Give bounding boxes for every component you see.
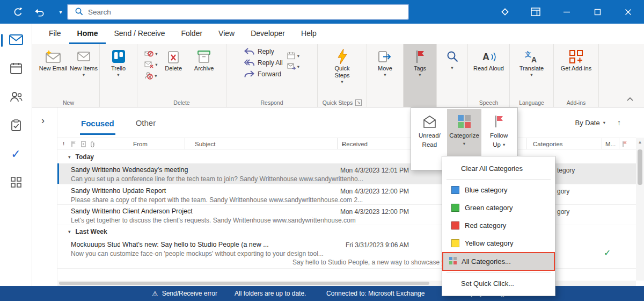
ribbon-group-new: New Email New Items ▾ New [38,44,100,107]
new-items-button[interactable]: New Items ▾ [69,46,99,77]
sort-label: By Date [575,119,599,127]
window-layout-icon[interactable] [530,6,541,18]
tab-home[interactable]: Home [69,24,106,44]
tab-help[interactable]: Help [293,24,325,44]
translate-button[interactable]: 文A Translate ▾ [515,46,549,77]
chevron-down-icon: ▾ [341,80,343,84]
premium-diamond-icon[interactable] [499,6,511,18]
green-category-menu-item[interactable]: Green category [442,199,555,217]
reply-all-button[interactable]: Reply All [244,59,283,67]
apps-grid-icon [11,177,21,189]
open-envelope-icon [422,114,437,130]
clear-all-categories-menu-item[interactable]: Clear All Categories [442,160,555,177]
tab-send-receive[interactable]: Send / Receive [106,24,173,44]
vertical-scrollbar[interactable]: ▲ [636,138,644,281]
rail-item-todo[interactable]: ✓ [5,145,27,163]
find-button[interactable]: ▾ [437,46,467,70]
group-label-addins: Add-ins [554,98,598,107]
expand-pane-icon[interactable]: › [41,115,45,126]
trello-button[interactable]: Trello ▾ [104,46,133,77]
close-button[interactable] [622,6,634,18]
block-sender-button[interactable]: ▾ [144,71,157,80]
vertical-scrollbar-thumb[interactable] [638,149,642,185]
importance-column-icon[interactable]: ! [63,138,64,150]
maximize-button[interactable] [591,6,603,18]
blue-category-menu-item[interactable]: Blue category [442,181,555,199]
column-from[interactable]: From [133,138,148,150]
connection-status: Connected to: Microsoft Exchange [326,286,425,301]
rail-item-people[interactable] [5,88,27,106]
unread-read-label-2: Read [422,141,437,148]
meeting-button[interactable]: ▾ [287,52,299,60]
ribbon-group-tags: Tags ▾ [404,44,437,107]
chevron-down-icon: ▾ [155,52,157,56]
tab-folder[interactable]: Folder [173,24,210,44]
forward-button[interactable]: Forward [244,70,283,78]
email-from: Sandy Writtenho... [71,166,120,174]
move-label: Move [378,65,392,72]
yellow-category-menu-item[interactable]: Yellow category [442,234,555,252]
undo-icon[interactable] [33,6,45,18]
tags-label: Tags [414,65,426,72]
collapse-group-icon[interactable]: ▾ [68,154,71,160]
sort-direction-icon[interactable]: ↑ [617,118,621,127]
column-categories[interactable]: Categories [533,138,563,150]
rail-item-calendar[interactable] [5,60,27,78]
collapse-group-icon[interactable]: ▾ [68,229,71,234]
svg-text:A: A [482,52,489,62]
item-type-column-icon[interactable] [81,138,86,150]
tab-file[interactable]: File [41,24,69,44]
collapse-ribbon-icon[interactable] [625,95,635,103]
minimize-button[interactable] [561,6,573,18]
toolbar-dropdown-icon[interactable]: ▾ [55,6,67,18]
clean-up-button[interactable]: ▾ [144,61,157,68]
red-swatch-icon [451,221,459,230]
dialog-launcher-icon[interactable]: ↘ [355,99,362,106]
send-receive-icon[interactable] [12,6,24,18]
attachment-column-icon[interactable] [90,138,95,150]
archive-button[interactable]: Archive [189,46,219,72]
delete-mini-buttons: ▾ ▾ ▾ [144,46,157,80]
ribbon-tab-bar: File Home Send / Receive Folder View Dev… [32,24,644,44]
reply-label: Reply [258,48,274,55]
search-box[interactable] [67,4,409,20]
search-input[interactable] [88,8,408,16]
horizontal-scrollbar-thumb[interactable] [59,282,429,285]
ribbon: New Email New Items ▾ New Trello [32,44,644,108]
email-subject: Client Anderson Project [122,207,310,215]
rail-item-more-apps[interactable] [5,174,27,192]
reminder-flag-column-icon[interactable] [71,138,76,150]
tab-other[interactable]: Other [136,118,156,127]
tab-focused[interactable]: Focused [80,111,115,135]
all-categories-menu-item[interactable]: All Categories... [442,252,555,271]
move-button[interactable]: Move ▾ [370,46,400,77]
email-category-label: gory [557,208,569,216]
group-label-new: New [38,98,99,107]
column-subject[interactable]: Subject [195,138,215,150]
tags-button[interactable]: Tags ▾ [405,46,435,77]
delete-button[interactable]: Delete [159,46,188,72]
red-category-menu-item[interactable]: Red category [442,217,555,234]
sort-by-control[interactable]: By Date ▾ ↑ [575,118,621,127]
ignore-button[interactable]: ▾ [144,49,157,58]
tab-developer[interactable]: Developer [243,24,293,44]
quick-steps-button[interactable]: Quick Steps ▾ [327,46,357,84]
tab-view[interactable]: View [210,24,243,44]
new-email-button[interactable]: New Email [39,46,68,72]
scroll-up-icon[interactable]: ▲ [636,138,644,145]
reply-button[interactable]: Reply [244,48,283,55]
chevron-down-icon: ▾ [155,62,157,67]
chevron-down-icon: ▾ [155,74,157,78]
titlebar: ▾ [0,0,644,24]
rail-item-tasks[interactable] [5,117,27,135]
get-addins-button[interactable]: Get Add-ins [559,46,594,72]
rail-item-mail[interactable] [5,31,27,49]
read-aloud-button[interactable]: A Read Aloud [472,46,506,72]
set-quick-click-menu-item[interactable]: Set Quick Click... [442,275,555,292]
flag-status-column-icon[interactable] [623,138,627,150]
reply-all-label: Reply All [258,59,283,67]
translate-label: Translate [519,65,544,72]
column-mentions[interactable]: M... [605,138,616,150]
chevron-down-icon: ▾ [384,73,386,77]
more-respond-button[interactable]: ▾ [287,63,299,70]
